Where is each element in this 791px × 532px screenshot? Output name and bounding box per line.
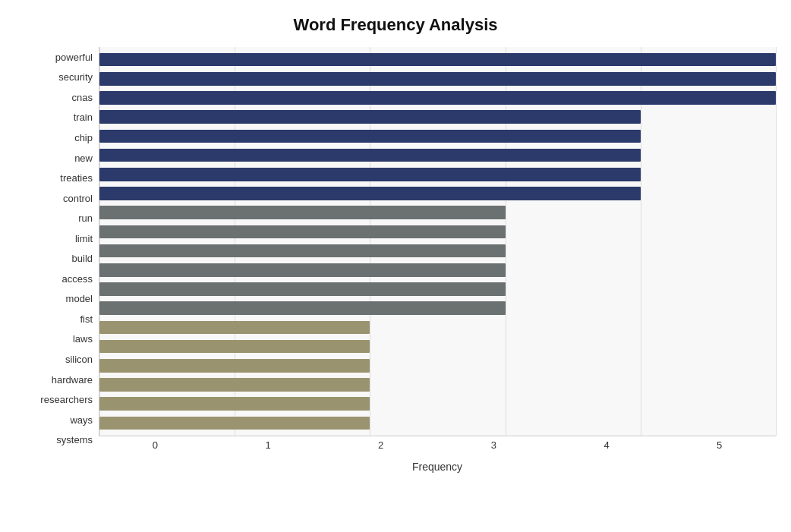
bar <box>99 244 506 258</box>
bar-row <box>99 69 776 88</box>
y-label: treaties <box>15 173 99 183</box>
bar-row <box>99 108 776 127</box>
y-label: train <box>15 112 99 122</box>
y-axis: powerfulsecuritycnastrainchipnewtreaties… <box>15 47 99 473</box>
bar-rows <box>99 47 776 436</box>
x-tick: 4 <box>550 439 663 459</box>
x-tick: 5 <box>663 439 776 459</box>
bar-row <box>99 127 776 146</box>
bar <box>99 130 641 143</box>
bar <box>99 397 370 411</box>
bar-row <box>99 50 776 69</box>
bar <box>99 168 641 181</box>
y-label: access <box>15 274 99 284</box>
plot-area: 012345 Frequency <box>99 47 776 473</box>
x-tick: 2 <box>324 439 437 459</box>
bar-row <box>99 356 776 375</box>
bars-container <box>99 47 776 436</box>
bar-row <box>99 88 776 107</box>
bar <box>99 301 506 315</box>
y-label: run <box>15 213 99 223</box>
y-label: model <box>15 294 99 304</box>
y-label: fist <box>15 314 99 324</box>
chart-title: Word Frequency Analysis <box>15 15 776 35</box>
bar-row <box>99 375 776 394</box>
bar-row <box>99 222 776 241</box>
bar <box>99 149 641 162</box>
bar-row <box>99 184 776 203</box>
bar <box>99 263 506 277</box>
bar-row <box>99 146 776 165</box>
chart-area: powerfulsecuritycnastrainchipnewtreaties… <box>15 47 776 473</box>
y-label: systems <box>15 435 99 445</box>
bar-row <box>99 241 776 260</box>
x-tick: 0 <box>99 439 212 459</box>
bar-row <box>99 260 776 279</box>
bar <box>99 321 370 335</box>
bar-row <box>99 395 776 414</box>
bar-row <box>99 318 776 337</box>
y-label: hardware <box>15 375 99 385</box>
bar <box>99 282 506 296</box>
bar-row <box>99 279 776 298</box>
bar-row <box>99 165 776 184</box>
bar <box>99 187 641 200</box>
bar <box>99 225 506 239</box>
bar <box>99 359 370 373</box>
y-label: control <box>15 194 99 203</box>
y-label: researchers <box>15 395 99 405</box>
y-label: chip <box>15 133 99 143</box>
y-label: build <box>15 253 99 263</box>
y-label: security <box>15 72 99 82</box>
grid-line <box>776 47 777 436</box>
bar <box>99 110 641 124</box>
x-tick: 3 <box>437 439 550 459</box>
bar-row <box>99 414 776 433</box>
y-label: new <box>15 153 99 163</box>
bar <box>99 91 776 105</box>
x-axis: 012345 <box>99 436 776 459</box>
bar <box>99 340 370 354</box>
chart-container: Word Frequency Analysis powerfulsecurity… <box>0 0 791 532</box>
x-tick: 1 <box>212 439 325 459</box>
bar-row <box>99 299 776 318</box>
bar <box>99 417 370 430</box>
bar <box>99 72 776 86</box>
y-label: laws <box>15 334 99 344</box>
y-label: powerful <box>15 52 99 62</box>
y-label: ways <box>15 415 99 425</box>
bar <box>99 378 370 392</box>
x-axis-label: Frequency <box>99 461 776 473</box>
bar <box>99 53 776 67</box>
bar <box>99 206 506 219</box>
bar-row <box>99 203 776 222</box>
y-label: silicon <box>15 354 99 364</box>
y-label: cnas <box>15 93 99 102</box>
y-label: limit <box>15 234 99 244</box>
bar-row <box>99 337 776 356</box>
